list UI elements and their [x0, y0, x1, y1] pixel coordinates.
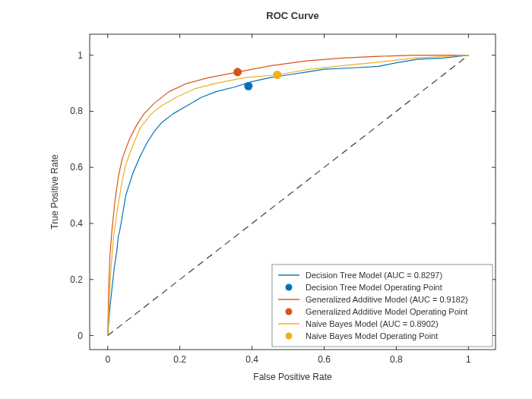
- x-tick-label: 1: [466, 354, 471, 365]
- legend: Decision Tree Model (AUC = 0.8297)Decisi…: [272, 264, 492, 347]
- legend-swatch: [286, 333, 293, 340]
- operating-point-dt: [244, 82, 252, 90]
- y-tick-label: 0.8: [70, 106, 83, 116]
- legend-label: Generalized Additive Model (AUC = 0.9182…: [306, 295, 468, 304]
- operating-point-nb: [273, 71, 281, 79]
- x-tick-label: 0.8: [390, 354, 403, 365]
- y-tick-label: 1: [78, 50, 83, 61]
- chart-title: ROC Curve: [266, 10, 318, 21]
- y-tick-label: 0: [78, 331, 83, 341]
- legend-swatch: [286, 284, 293, 291]
- x-tick-label: 0.4: [245, 354, 258, 365]
- y-tick-label: 0.6: [70, 162, 83, 173]
- x-axis-label: False Positive Rate: [253, 372, 332, 382]
- legend-label: Decision Tree Model Operating Point: [306, 283, 442, 292]
- operating-point-gam: [233, 68, 242, 76]
- x-tick-label: 0.2: [173, 354, 186, 365]
- legend-label: Generalized Additive Model Operating Poi…: [306, 307, 467, 316]
- legend-label: Naive Bayes Model Operating Point: [306, 331, 438, 340]
- y-axis-label: True Positive Rate: [49, 154, 60, 230]
- y-tick-label: 0.4: [70, 218, 83, 229]
- legend-swatch: [286, 309, 293, 315]
- legend-label: Decision Tree Model (AUC = 0.8297): [306, 271, 442, 280]
- legend-label: Naive Bayes Model (AUC = 0.8902): [306, 319, 439, 328]
- x-tick-label: 0: [105, 354, 110, 365]
- y-tick-label: 0.2: [70, 274, 83, 285]
- x-tick-label: 0.6: [318, 354, 331, 365]
